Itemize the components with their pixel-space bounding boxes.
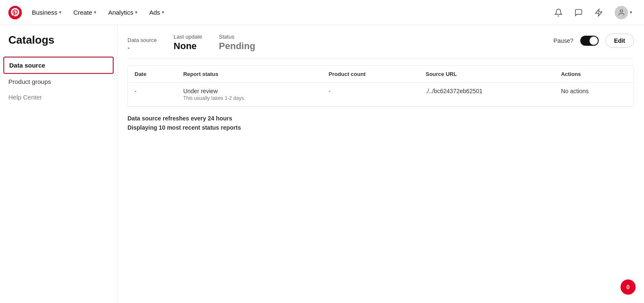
svg-marker-1 bbox=[596, 9, 602, 16]
pause-label: Pause? bbox=[553, 37, 573, 44]
svg-point-2 bbox=[620, 10, 623, 12]
nav-business-label: Business bbox=[32, 9, 57, 16]
col-report-status: Report status bbox=[177, 66, 322, 83]
datasource-header: Data source - Last update None Status Pe… bbox=[127, 34, 634, 59]
sidebar-item-data-source[interactable]: Data source bbox=[3, 57, 114, 74]
notification-button[interactable] bbox=[591, 5, 606, 20]
status-value: Pending bbox=[219, 41, 255, 52]
datasource-value: - bbox=[127, 44, 157, 52]
status-label: Status bbox=[219, 34, 255, 40]
sidebar-item-product-groups[interactable]: Product groups bbox=[0, 74, 117, 89]
message-icon bbox=[574, 8, 583, 17]
top-nav: Business ▾ Create ▾ Analytics ▾ Ads ▾ bbox=[0, 0, 644, 25]
meta-status: Status Pending bbox=[219, 34, 255, 52]
page-title: Catalogs bbox=[0, 34, 117, 57]
nav-analytics-label: Analytics bbox=[108, 9, 133, 16]
nav-item-create[interactable]: Create ▾ bbox=[68, 5, 101, 19]
meta-lastupdate: Last update None bbox=[174, 34, 202, 52]
nav-item-analytics[interactable]: Analytics ▾ bbox=[103, 5, 143, 19]
user-icon bbox=[618, 9, 625, 16]
chevron-down-icon: ▾ bbox=[59, 10, 62, 15]
avatar bbox=[615, 6, 628, 19]
data-table: Date Report status Product count Source … bbox=[128, 66, 634, 107]
pinterest-logo[interactable] bbox=[8, 6, 22, 19]
table-body: - Under review This usually takes 1-2 da… bbox=[128, 83, 634, 107]
table-wrapper: Date Report status Product count Source … bbox=[127, 65, 634, 107]
account-button[interactable]: ▾ bbox=[611, 4, 636, 21]
datasource-meta: Data source - Last update None Status Pe… bbox=[127, 34, 255, 52]
report-status-sub: This usually takes 1-2 days. bbox=[183, 95, 315, 101]
chevron-down-icon: ▾ bbox=[135, 10, 138, 15]
sidebar-item-help-center[interactable]: Help Center bbox=[0, 89, 117, 105]
bell-icon bbox=[554, 8, 563, 17]
meta-datasource: Data source - bbox=[127, 37, 157, 52]
lastupdate-label: Last update bbox=[174, 34, 202, 40]
page-container: Catalogs Data source Product groups Help… bbox=[0, 25, 644, 303]
footer-note-line2: Displaying 10 most recent status reports bbox=[127, 123, 634, 132]
col-product-count: Product count bbox=[322, 66, 419, 83]
nav-ads-label: Ads bbox=[149, 9, 160, 16]
datasource-controls: Pause? Edit bbox=[553, 34, 634, 48]
chevron-down-icon: ▾ bbox=[162, 10, 164, 15]
report-status-main: Under review bbox=[183, 88, 315, 94]
sidebar: Catalogs Data source Product groups Help… bbox=[0, 25, 117, 303]
nav-right: ▾ bbox=[551, 4, 636, 21]
main-content: Data source - Last update None Status Pe… bbox=[117, 25, 644, 303]
nav-item-business[interactable]: Business ▾ bbox=[27, 5, 67, 19]
nav-left: Business ▾ Create ▾ Analytics ▾ Ads ▾ bbox=[8, 5, 169, 19]
nav-create-label: Create bbox=[73, 9, 92, 16]
toggle-track bbox=[580, 36, 599, 46]
col-actions: Actions bbox=[554, 66, 634, 83]
pause-toggle[interactable] bbox=[580, 36, 599, 46]
cell-actions: No actions bbox=[554, 83, 634, 107]
col-source-url: Source URL bbox=[419, 66, 554, 83]
cell-report-status: Under review This usually takes 1-2 days… bbox=[177, 83, 322, 107]
account-chevron-icon: ▾ bbox=[630, 10, 632, 15]
footer-note-line1: Data source refreshes every 24 hours bbox=[127, 114, 634, 123]
table-header-row: Date Report status Product count Source … bbox=[128, 66, 634, 83]
edit-button[interactable]: Edit bbox=[605, 34, 634, 48]
table-row: - Under review This usually takes 1-2 da… bbox=[128, 83, 634, 107]
cell-product-count: - bbox=[322, 83, 419, 107]
footer-note: Data source refreshes every 24 hours Dis… bbox=[127, 114, 634, 133]
toggle-thumb bbox=[589, 37, 598, 45]
cell-source-url: ./../bc624372eb62501 bbox=[419, 83, 554, 107]
lastupdate-value: None bbox=[174, 41, 202, 52]
table-head: Date Report status Product count Source … bbox=[128, 66, 634, 83]
bell-button[interactable] bbox=[551, 5, 566, 20]
col-date: Date bbox=[128, 66, 177, 83]
message-button[interactable] bbox=[571, 5, 586, 20]
chevron-down-icon: ▾ bbox=[94, 10, 96, 15]
datasource-label: Data source bbox=[127, 37, 157, 43]
float-badge[interactable]: 0 bbox=[621, 279, 636, 295]
notification-icon bbox=[595, 8, 603, 17]
cell-date: - bbox=[128, 83, 177, 107]
nav-item-ads[interactable]: Ads ▾ bbox=[144, 5, 169, 19]
